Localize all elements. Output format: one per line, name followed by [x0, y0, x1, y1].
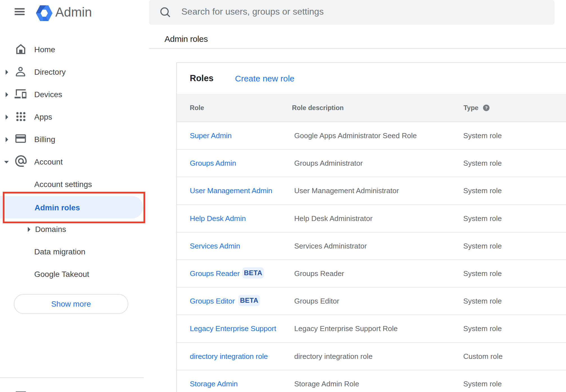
svg-text:?: ? — [485, 105, 487, 110]
